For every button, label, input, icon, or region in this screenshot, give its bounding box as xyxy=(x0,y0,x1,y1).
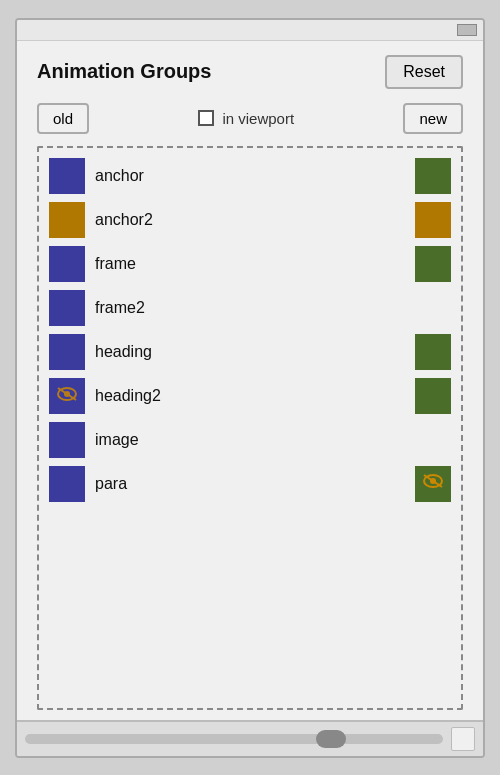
swatch-left xyxy=(49,158,85,194)
item-label: image xyxy=(95,431,415,449)
list-item[interactable]: frame xyxy=(47,242,453,286)
swatch-left xyxy=(49,466,85,502)
scrollbar-thumb[interactable] xyxy=(316,730,346,748)
title-bar-minimize[interactable] xyxy=(457,24,477,36)
item-label: frame2 xyxy=(95,299,415,317)
list-item[interactable]: heading xyxy=(47,330,453,374)
list-item[interactable]: image xyxy=(47,418,453,462)
title-bar xyxy=(17,20,483,41)
item-label: heading xyxy=(95,343,415,361)
list-item[interactable]: anchor2 xyxy=(47,198,453,242)
swatch-right xyxy=(415,334,451,370)
swatch-left xyxy=(49,378,85,414)
hidden-icon xyxy=(56,384,78,407)
scrollbar-track[interactable] xyxy=(25,734,443,744)
header-row: Animation Groups Reset xyxy=(37,55,463,89)
new-button[interactable]: new xyxy=(403,103,463,134)
item-label: anchor2 xyxy=(95,211,415,229)
swatch-right xyxy=(415,290,451,326)
swatch-right xyxy=(415,202,451,238)
title-bar-buttons xyxy=(457,24,477,36)
old-button[interactable]: old xyxy=(37,103,89,134)
list-item[interactable]: para xyxy=(47,462,453,506)
reset-button[interactable]: Reset xyxy=(385,55,463,89)
list-item[interactable]: anchor xyxy=(47,154,453,198)
swatch-left xyxy=(49,290,85,326)
main-window: Animation Groups Reset old in viewport n… xyxy=(15,18,485,758)
item-label: heading2 xyxy=(95,387,415,405)
item-label: frame xyxy=(95,255,415,273)
hidden-icon-right xyxy=(422,473,444,494)
swatch-right xyxy=(415,378,451,414)
list-item[interactable]: heading2 xyxy=(47,374,453,418)
swatch-left xyxy=(49,334,85,370)
item-label: para xyxy=(95,475,415,493)
scrollbar-corner xyxy=(451,727,475,751)
animation-groups-list: anchoranchor2frameframe2heading heading2… xyxy=(37,146,463,710)
content-area: Animation Groups Reset old in viewport n… xyxy=(17,41,483,720)
list-item[interactable]: frame2 xyxy=(47,286,453,330)
swatch-left xyxy=(49,246,85,282)
scrollbar-area xyxy=(17,720,483,756)
swatch-right xyxy=(415,422,451,458)
item-label: anchor xyxy=(95,167,415,185)
viewport-label: in viewport xyxy=(105,110,387,127)
panel-title: Animation Groups xyxy=(37,60,211,83)
swatch-left xyxy=(49,422,85,458)
viewport-checkbox[interactable] xyxy=(198,110,214,126)
swatch-right xyxy=(415,246,451,282)
controls-row: old in viewport new xyxy=(37,103,463,134)
swatch-left xyxy=(49,202,85,238)
swatch-right xyxy=(415,466,451,502)
swatch-right xyxy=(415,158,451,194)
